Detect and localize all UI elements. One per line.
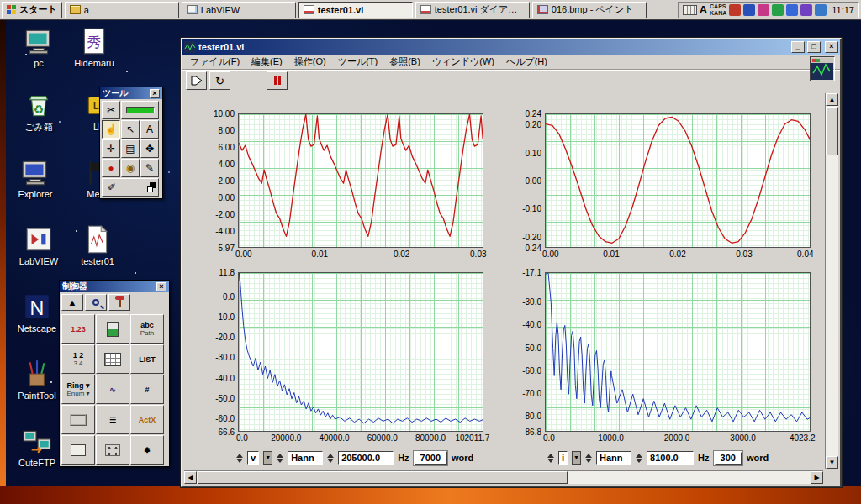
search-button[interactable] — [85, 294, 107, 311]
menu-item[interactable]: ファイル(F) — [184, 54, 246, 70]
table-palette[interactable] — [96, 344, 129, 374]
taskbar-button-016-bmp-[interactable]: 016.bmp - ペイント — [532, 2, 647, 18]
desktop-icon-hidemaru[interactable]: 秀Hidemaru — [67, 25, 121, 68]
window-fn-spinner[interactable] — [277, 454, 283, 463]
menu-item[interactable]: ウィンドウ(W) — [426, 54, 500, 70]
scroll-left-icon[interactable]: ◀ — [184, 471, 197, 484]
scroll-right-icon[interactable]: ▶ — [811, 471, 823, 484]
breakpoint-tool[interactable]: ● — [102, 159, 120, 177]
channel-spinner[interactable] — [547, 454, 554, 463]
array-matrix-palette[interactable]: 1 23 4 — [61, 344, 95, 374]
scroll-down-icon[interactable]: ▼ — [826, 456, 838, 469]
tray-app-icon-2[interactable] — [743, 4, 755, 16]
start-button[interactable]: スタート — [2, 2, 62, 18]
tray-app-icon-6[interactable] — [800, 4, 812, 16]
window-fn-ring[interactable]: Hann — [288, 451, 323, 465]
vertical-scrollbar[interactable]: ▲ ▼ — [825, 93, 838, 469]
vi-icon-pane[interactable] — [810, 56, 835, 81]
waveform-graph-top-right[interactable]: 0.240.200.100.00-0.10-0.20-0.240.000.010… — [508, 108, 817, 267]
sample-rate-field[interactable]: 205000.0 — [338, 451, 394, 465]
menu-item[interactable]: 操作(O) — [288, 54, 332, 70]
container-palette[interactable] — [61, 435, 95, 465]
word-count-field[interactable]: 300 — [714, 451, 742, 465]
auto-tool-select[interactable]: ✂ — [102, 101, 120, 119]
position-select-tool[interactable]: ↖ — [121, 120, 140, 139]
desktop-icon-recycle-bin[interactable]: ♻ごみ箱 — [12, 89, 66, 132]
edit-text-tool[interactable]: A — [140, 120, 159, 139]
channel-spinner[interactable] — [236, 454, 243, 463]
horizontal-scrollbar[interactable]: ◀ ▶ — [184, 470, 823, 484]
ime-a-icon[interactable]: A — [700, 4, 707, 16]
classic-palette[interactable] — [96, 435, 129, 465]
channel-ring[interactable]: v — [247, 451, 259, 465]
scroll-up-icon[interactable]: ▲ — [826, 93, 838, 106]
tools-palette-titlebar[interactable]: ツール × — [100, 87, 162, 99]
chevron-down-icon[interactable]: ▼ — [263, 451, 272, 465]
activex-palette[interactable]: ActX — [130, 405, 164, 434]
window-fn-spinner[interactable] — [585, 454, 592, 463]
desktop-icon-netscape[interactable]: NNetscape — [10, 291, 64, 333]
close-button[interactable]: × — [825, 41, 838, 53]
vertical-scroll-thumb[interactable] — [826, 107, 838, 155]
desktop-icon-cuteftp[interactable]: CuteFTP — [10, 425, 64, 468]
decorations-palette[interactable] — [61, 405, 95, 434]
run-button[interactable] — [186, 71, 207, 90]
channel-ring[interactable]: i — [558, 451, 568, 465]
controls-palette-titlebar[interactable]: 制御器 × — [60, 281, 169, 292]
menu-item[interactable]: ヘルプ(H) — [500, 54, 553, 70]
menu-ring-palette[interactable]: ☰ — [96, 405, 129, 434]
close-icon[interactable]: × — [150, 89, 160, 98]
sample-rate-field[interactable]: 8100.0 — [647, 451, 694, 465]
wiring-tool[interactable]: ✛ — [102, 139, 120, 158]
taskbar-button-a[interactable]: a — [65, 2, 179, 18]
scroll-tool[interactable]: ✥ — [140, 139, 159, 158]
tray-app-icon-5[interactable] — [786, 4, 798, 16]
run-continuous-button[interactable]: ↻ — [209, 71, 230, 90]
boolean-palette[interactable] — [96, 314, 129, 344]
close-icon[interactable]: × — [156, 282, 166, 291]
auto-tool-led[interactable] — [121, 101, 159, 119]
spectrum-graph-bottom-right[interactable]: -17.1-30.0-40.0-50.0-60.0-70.0-80.0-86.8… — [508, 266, 817, 451]
pause-button[interactable] — [267, 71, 288, 90]
chevron-down-icon[interactable]: ▼ — [572, 451, 581, 465]
desktop-icon-pc[interactable]: pc — [12, 25, 66, 68]
refnum-palette[interactable]: # — [130, 375, 164, 404]
tray-volume-icon[interactable] — [815, 4, 827, 16]
keyboard-icon[interactable] — [683, 5, 697, 15]
word-count-field[interactable]: 7000 — [414, 451, 447, 465]
graph-palette[interactable]: ∿ — [96, 375, 129, 404]
sample-rate-spinner[interactable] — [327, 454, 334, 463]
numeric-palette[interactable]: 1.23 — [61, 314, 95, 344]
tray-app-icon-4[interactable] — [772, 4, 784, 16]
spectrum-graph-bottom-left[interactable]: 11.80.0-10.0-20.0-30.0-40.0-50.0-60.0-66… — [201, 266, 490, 451]
tray-app-icon-3[interactable] — [758, 4, 769, 16]
probe-tool[interactable]: ◉ — [121, 159, 140, 177]
ring-enum-palette[interactable]: Ring ▾Enum ▾ — [61, 375, 95, 404]
listbox-palette[interactable]: LIST — [130, 344, 164, 374]
select-control-palette[interactable]: ✽ — [130, 435, 164, 465]
sample-rate-spinner[interactable] — [636, 454, 642, 463]
desktop-icon-labview[interactable]: LabVIEW — [12, 223, 66, 266]
color-copy-tool[interactable]: ✎ — [140, 159, 159, 177]
operate-value-tool[interactable]: ☝ — [102, 120, 120, 139]
taskbar-button-labview[interactable]: LabVIEW — [182, 2, 296, 18]
taskbar-button-tester01-vi-[interactable]: tester01.vi ダイアグ... — [415, 2, 530, 18]
minimize-button[interactable]: _ — [791, 41, 805, 53]
up-level-button[interactable]: ▲ — [61, 294, 83, 311]
set-color-tool[interactable]: ✐ — [102, 178, 159, 197]
menu-item[interactable]: 編集(E) — [246, 54, 288, 70]
vi-window-titlebar[interactable]: tester01.vi _ □ × — [182, 39, 840, 55]
taskbar-button-tester01-vi[interactable]: tester01.vi — [298, 2, 413, 18]
pin-button[interactable] — [108, 294, 130, 311]
tray-app-icon-1[interactable] — [729, 4, 741, 16]
menu-item[interactable]: 参照(B) — [383, 54, 426, 70]
shortcut-menu-tool[interactable]: ▤ — [121, 139, 140, 158]
desktop-icon-tester01[interactable]: tester01 — [71, 223, 124, 266]
string-path-palette[interactable]: abcPath — [130, 314, 164, 344]
maximize-button[interactable]: □ — [807, 41, 821, 53]
window-fn-ring[interactable]: Hann — [596, 451, 631, 465]
desktop-icon-painttool[interactable]: PaintTool — [10, 358, 64, 401]
menu-item[interactable]: ツール(T) — [332, 54, 384, 70]
waveform-graph-top-left[interactable]: 10.008.006.004.002.000.00-2.00-4.00-5.97… — [201, 108, 490, 267]
horizontal-scroll-thumb[interactable] — [198, 471, 568, 484]
